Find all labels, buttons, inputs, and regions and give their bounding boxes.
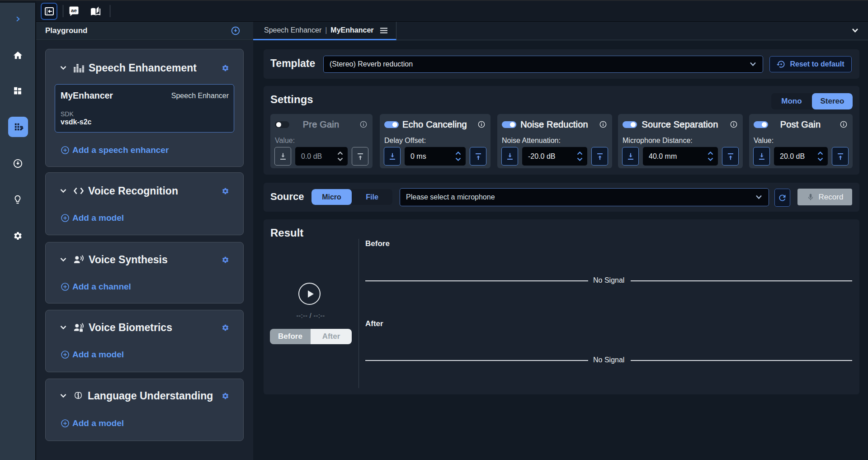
svg-text:ae: ae	[71, 8, 77, 13]
